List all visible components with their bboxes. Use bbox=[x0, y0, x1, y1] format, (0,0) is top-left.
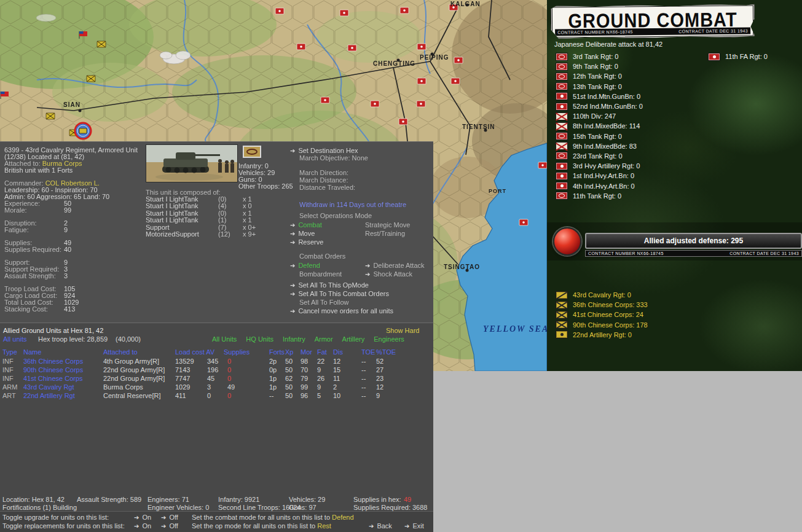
sea-label: YELLOW SEA bbox=[483, 324, 547, 334]
set-destination-hex[interactable]: ➔Set Destination Hex bbox=[290, 147, 358, 154]
ops-mode-rest-training[interactable]: Rest/Training bbox=[365, 230, 405, 237]
contract-strip: CONTRACT NUMBER NX66-18745 CONTRACT DATE… bbox=[555, 28, 750, 36]
back-button[interactable]: ➔Back bbox=[369, 522, 392, 530]
stat-label: Stacking Cost: bbox=[4, 306, 64, 313]
filter-hq-units[interactable]: HQ Units bbox=[246, 335, 273, 343]
combat-unit-row[interactable]: 3rd Hvy Artillery Rgt: 0 bbox=[556, 161, 643, 171]
unit-name-link[interactable]: 43rd Cavalry Rgt bbox=[23, 383, 74, 391]
combat-unit-row[interactable]: 51st Ind.Mtn.GunBn: 0 bbox=[556, 92, 643, 101]
table-row[interactable]: ARM 43rd Cavalry Rgt Burma Corps 1029 3 … bbox=[0, 383, 433, 391]
set-all-combat-orders[interactable]: ➔Set All To This Combat Orders bbox=[290, 290, 389, 297]
combat-unit-row[interactable]: 3rd Tank Rgt: 0 bbox=[556, 52, 643, 61]
combat-unit-row[interactable]: 9th Ind.MixedBde: 83 bbox=[556, 141, 643, 151]
selected-unit-marker[interactable] bbox=[75, 123, 91, 139]
ops-mode-move[interactable]: ➔Move bbox=[290, 230, 315, 237]
table-row[interactable]: ART 22nd Artillery Rgt Central Reserve[R… bbox=[0, 392, 433, 400]
table-row[interactable]: INF 36th Chinese Corps 4th Group Army[R]… bbox=[0, 358, 433, 366]
filter-armor[interactable]: Armor bbox=[315, 335, 333, 343]
action-arrow-icon: ➔ bbox=[365, 271, 370, 278]
filter-artillery[interactable]: Artillery bbox=[342, 335, 365, 343]
unit-name-link[interactable]: 36th Chinese Corps bbox=[23, 358, 83, 365]
composition-row[interactable]: MotorizedSupport(12)x 9+ bbox=[146, 231, 287, 238]
combat-unit-row[interactable]: 8th Ind.MixedBde: 114 bbox=[556, 121, 643, 131]
combat-order-shock-attack[interactable]: ➔Shock Attack bbox=[365, 270, 412, 278]
upgrade-off-button[interactable]: ➔Off bbox=[161, 514, 178, 522]
upgrade-on-button[interactable]: ➔On bbox=[134, 514, 151, 522]
artillery-unit-icon bbox=[556, 172, 568, 180]
combat-unit-row[interactable]: 9th Tank Rgt: 0 bbox=[556, 61, 643, 71]
city-label-kalgan: KALGAN bbox=[450, 1, 481, 7]
combat-unit-row[interactable]: 22nd Artillery Rgt: 0 bbox=[556, 330, 648, 340]
stat-label: Supplies Required: bbox=[4, 246, 64, 253]
distance-traveled: Distance Traveled: bbox=[299, 184, 355, 191]
combat-unit-row[interactable]: 41st Chinese Corps: 24 bbox=[556, 310, 648, 319]
action-arrow-icon: ➔ bbox=[290, 308, 295, 315]
hex-summary-row-2: Fortifications (1) Building Engineer Veh… bbox=[0, 504, 433, 511]
combat-resolve-button[interactable] bbox=[553, 227, 581, 256]
filter-engineers[interactable]: Engineers bbox=[374, 335, 404, 343]
combat-unit-row[interactable]: 23rd Tank Rgt: 0 bbox=[556, 151, 643, 161]
unit-name-link[interactable]: 41st Chinese Corps bbox=[23, 375, 83, 382]
city-label-tsingtao: TSINGTAO bbox=[444, 264, 480, 270]
combat-unit-row[interactable]: 36th Chinese Corps: 333 bbox=[556, 300, 648, 310]
unit-name-link[interactable]: 22nd Artillery Rgt bbox=[23, 392, 75, 399]
contract-date: CONTRACT DATE DEC 31 1943 bbox=[678, 29, 748, 34]
replacements-on-button[interactable]: ➔On bbox=[134, 522, 151, 530]
all-units-link[interactable]: All units bbox=[3, 335, 27, 343]
combat-unit-row[interactable]: 43rd Cavalry Rgt: 0 bbox=[556, 290, 648, 300]
table-row[interactable]: INF 90th Chinese Corps 22nd Group Army[R… bbox=[0, 366, 433, 374]
combat-order-bombardment[interactable]: Bombardment bbox=[299, 270, 342, 278]
attacker-unit-right: 11th FA Rgt: 0 bbox=[708, 52, 768, 61]
stat-value: 99 bbox=[64, 206, 71, 214]
combat-unit-row[interactable]: 4th Ind.Hvy.Art.Bn: 0 bbox=[556, 181, 643, 190]
set-all-opmode[interactable]: ➔Set All To This OpMode bbox=[290, 281, 369, 289]
unit-nation-line: British unit with 1 Forts bbox=[4, 167, 142, 174]
combat-unit-row[interactable]: 1st Ind.Hvy.Art.Bn: 0 bbox=[556, 171, 643, 181]
combat-mode-value-link[interactable]: Defend bbox=[332, 514, 353, 521]
march-distance: March Distance: bbox=[299, 176, 348, 184]
app-window: KALGAN PEIPING CHENGTING SIAN TIENTSIN T… bbox=[0, 0, 802, 532]
unit-name-link[interactable]: 90th Chinese Corps bbox=[23, 366, 83, 374]
combat-unit-row[interactable]: 11th Tank Rgt: 0 bbox=[556, 191, 643, 201]
combat-order-deliberate-attack[interactable]: ➔Deliberate Attack bbox=[365, 262, 425, 270]
combat-unit-row[interactable]: 13th Tank Rgt: 0 bbox=[556, 82, 643, 92]
composition-row[interactable]: Stuart I LightTank(1)x 1 bbox=[146, 217, 287, 224]
infantry-unit-icon bbox=[556, 301, 568, 309]
op-mode-value-link[interactable]: Rest bbox=[317, 522, 331, 530]
cancel-move-orders[interactable]: ➔Cancel move orders for all units bbox=[290, 307, 393, 315]
set-all-to-follow[interactable]: Set All To Follow bbox=[299, 299, 349, 306]
action-arrow-icon: ➔ bbox=[290, 230, 295, 237]
combat-unit-row[interactable]: 11th FA Rgt: 0 bbox=[708, 52, 768, 61]
contract-number: CONTRACT NUMBER NX66-18745 bbox=[588, 251, 664, 256]
combat-unit-row[interactable]: 90th Chinese Corps: 178 bbox=[556, 320, 648, 330]
replacements-off-button[interactable]: ➔Off bbox=[161, 522, 178, 530]
march-direction: March Direction: bbox=[299, 169, 348, 176]
filter-infantry[interactable]: Infantry bbox=[283, 335, 305, 343]
action-arrow-icon: ➔ bbox=[290, 291, 295, 297]
ops-mode-reserve[interactable]: ➔Reserve bbox=[290, 238, 323, 246]
armor-unit-icon bbox=[556, 192, 568, 200]
show-hard-toggle[interactable]: Show Hard bbox=[386, 327, 419, 334]
stat-label: Morale: bbox=[4, 207, 64, 214]
city-label-port: PORT bbox=[489, 188, 506, 194]
combat-unit-row[interactable]: 110th Div: 247 bbox=[556, 111, 643, 121]
action-arrow-icon: ➔ bbox=[290, 262, 295, 269]
artillery-unit-icon bbox=[556, 331, 568, 338]
combat-order-defend[interactable]: ➔Defend bbox=[290, 262, 320, 269]
action-arrow-icon: ➔ bbox=[161, 514, 166, 521]
combat-unit-row[interactable]: 52nd Ind.Mtn.GunBn: 0 bbox=[556, 101, 643, 111]
ops-mode-strategic-move[interactable]: Strategic Move bbox=[365, 221, 410, 229]
combat-unit-row[interactable]: 12th Tank Rgt: 0 bbox=[556, 71, 643, 81]
attacker-unit-list: 3rd Tank Rgt: 0 9th Tank Rgt: 0 12th Tan… bbox=[556, 52, 643, 201]
action-arrow-icon: ➔ bbox=[290, 147, 295, 154]
exit-button[interactable]: ➔Exit bbox=[404, 522, 424, 530]
stat-label: Assault Strength: bbox=[4, 273, 64, 280]
ops-mode-combat[interactable]: ➔Combat bbox=[290, 221, 322, 229]
filter-all-units[interactable]: All Units bbox=[212, 335, 237, 343]
combat-subtitle: Japanese Deliberate attack at 81,42 bbox=[554, 41, 662, 48]
combat-unit-row[interactable]: 15th Tank Rgt: 0 bbox=[556, 131, 643, 141]
unit-counter-icon bbox=[243, 146, 261, 158]
hex-summary-row-1: Location: Hex 81, 42 Assault Strength: 5… bbox=[0, 496, 433, 503]
table-row[interactable]: INF 41st Chinese Corps 22nd Group Army[R… bbox=[0, 375, 433, 383]
infantry-unit-icon bbox=[556, 122, 568, 130]
